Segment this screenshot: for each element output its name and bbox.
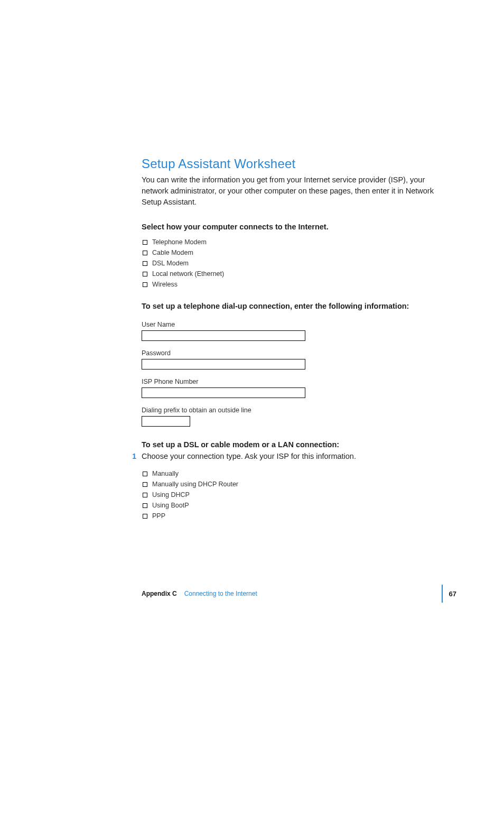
- dsl-lan-heading: To set up a DSL or cable modem or a LAN …: [142, 440, 456, 449]
- option-label: Manually: [152, 470, 179, 477]
- checkbox-icon[interactable]: [143, 261, 147, 266]
- page-footer: Appendix C Connecting to the Internet 67: [142, 585, 456, 603]
- option-telephone-modem: Telephone Modem: [143, 238, 456, 246]
- option-dsl-modem: DSL Modem: [143, 260, 456, 267]
- option-label: Using BootP: [152, 502, 189, 509]
- checkbox-icon[interactable]: [143, 493, 147, 497]
- appendix-label: Appendix C: [142, 590, 177, 597]
- field-label-user-name: User Name: [142, 321, 456, 328]
- field-isp-phone: ISP Phone Number: [142, 378, 456, 398]
- dialing-prefix-input[interactable]: [142, 416, 190, 427]
- option-using-dhcp: Using DHCP: [143, 491, 456, 498]
- option-manually-dhcp-router: Manually using DHCP Router: [143, 481, 456, 488]
- option-cable-modem: Cable Modem: [143, 249, 456, 256]
- step-number: 1: [130, 452, 136, 460]
- checkbox-icon[interactable]: [143, 240, 147, 245]
- option-label: DSL Modem: [152, 260, 189, 267]
- connection-options-list: Telephone Modem Cable Modem DSL Modem Lo…: [143, 238, 456, 288]
- checkbox-icon[interactable]: [143, 482, 147, 487]
- checkbox-icon[interactable]: [143, 503, 147, 508]
- step-text: Choose your connection type. Ask your IS…: [142, 452, 356, 460]
- page-number: 67: [449, 590, 456, 598]
- option-ppp: PPP: [143, 512, 456, 520]
- field-dialing-prefix: Dialing prefix to obtain an outside line: [142, 407, 456, 427]
- option-manually: Manually: [143, 470, 456, 477]
- option-label: Telephone Modem: [152, 238, 207, 246]
- document-page: Setup Assistant Worksheet You can write …: [0, 0, 504, 831]
- chapter-title: Connecting to the Internet: [184, 590, 257, 597]
- checkbox-icon[interactable]: [143, 251, 147, 255]
- checkbox-icon[interactable]: [143, 514, 147, 519]
- option-using-bootp: Using BootP: [143, 502, 456, 509]
- option-wireless: Wireless: [143, 281, 456, 288]
- step-1: 1 Choose your connection type. Ask your …: [142, 452, 456, 460]
- user-name-input[interactable]: [142, 330, 305, 341]
- field-label-dialing-prefix: Dialing prefix to obtain an outside line: [142, 407, 456, 414]
- field-password: Password: [142, 349, 456, 370]
- checkbox-icon[interactable]: [143, 282, 147, 287]
- footer-right: 67: [442, 585, 456, 603]
- vertical-rule-icon: [442, 585, 443, 603]
- checkbox-icon[interactable]: [143, 272, 147, 276]
- intro-paragraph: You can write the information you get fr…: [142, 174, 437, 208]
- option-label: Using DHCP: [152, 491, 190, 498]
- field-user-name: User Name: [142, 321, 456, 341]
- option-label: Manually using DHCP Router: [152, 481, 238, 488]
- option-label: Local network (Ethernet): [152, 270, 224, 278]
- option-local-network: Local network (Ethernet): [143, 270, 456, 278]
- dialup-heading: To set up a telephone dial-up connection…: [142, 302, 456, 310]
- isp-phone-input[interactable]: [142, 387, 305, 398]
- option-label: Wireless: [152, 281, 178, 288]
- field-label-password: Password: [142, 349, 456, 357]
- option-label: PPP: [152, 512, 165, 520]
- config-options-list: Manually Manually using DHCP Router Usin…: [143, 470, 456, 520]
- checkbox-icon[interactable]: [143, 472, 147, 476]
- password-input[interactable]: [142, 359, 305, 370]
- select-connection-heading: Select how your computer connects to the…: [142, 223, 456, 231]
- field-label-isp-phone: ISP Phone Number: [142, 378, 456, 385]
- option-label: Cable Modem: [152, 249, 193, 256]
- footer-left: Appendix C Connecting to the Internet: [142, 590, 257, 597]
- page-title: Setup Assistant Worksheet: [142, 156, 456, 171]
